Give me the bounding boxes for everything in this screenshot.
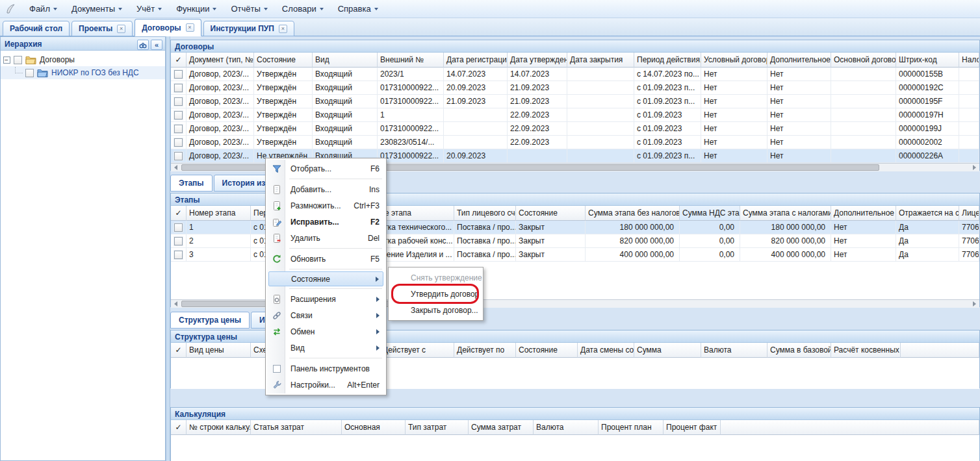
column-header[interactable]: Валюта (534, 420, 599, 435)
tab[interactable]: Проекты× (71, 21, 133, 36)
column-header[interactable]: Номер этапа (187, 206, 251, 221)
menu-item[interactable]: Добавить...Ins (268, 181, 383, 197)
column-header[interactable]: Сумма НДС этапа (680, 206, 740, 221)
column-header[interactable]: Дата утверждения (508, 53, 567, 68)
row-checkbox[interactable] (174, 152, 183, 160)
row-checkbox[interactable] (174, 138, 183, 147)
menu-справка[interactable]: Справка (331, 0, 385, 18)
tree-node-label[interactable]: Договоры (40, 55, 75, 64)
column-header[interactable]: Отражается на сум (896, 206, 959, 221)
column-header[interactable]: Действует с (380, 343, 454, 358)
collapse-panel-icon[interactable]: « (151, 40, 162, 50)
column-header[interactable]: Тип лицевого счёт (454, 206, 516, 221)
menu-item[interactable]: Размножить...Ctrl+F3 (268, 197, 383, 214)
tree-node-root[interactable]: Договоры (1, 53, 165, 66)
row-checkbox[interactable] (174, 251, 183, 259)
tab[interactable]: Рабочий стол (3, 21, 70, 36)
column-header[interactable]: Сумма этапа с налогами (740, 206, 831, 221)
scroll-left-icon[interactable] (171, 300, 181, 308)
column-header[interactable]: Штрих-код (896, 53, 959, 68)
node-checkbox[interactable] (25, 69, 34, 77)
row-checkbox[interactable] (174, 223, 183, 232)
row-checkbox[interactable] (174, 70, 183, 79)
menu-item[interactable]: Связи (268, 307, 383, 323)
panel-splitter[interactable] (166, 36, 170, 461)
scroll-right-icon[interactable] (970, 300, 979, 308)
collapse-node-icon[interactable] (3, 56, 10, 64)
menu-item[interactable]: Панель инструментов (268, 360, 383, 377)
menu-item[interactable]: Расширения (268, 291, 383, 307)
table-row[interactable]: Договор, 2023/...УтверждёнВходящий230823… (171, 136, 979, 149)
tab[interactable]: Структура цены (170, 312, 250, 329)
menu-item-annotated[interactable]: Утвердить договор (391, 286, 480, 302)
column-header[interactable]: Процент факт (664, 420, 721, 435)
column-header[interactable]: Документ (тип, № (187, 53, 254, 68)
column-header[interactable]: Сумма этапа без налогов (586, 206, 680, 221)
column-header[interactable]: Валюта (701, 343, 767, 358)
menu-item[interactable]: Вид (268, 340, 383, 356)
menu-отчёты[interactable]: Отчёты (224, 0, 274, 18)
menu-item[interactable]: УдалитьDel (268, 230, 383, 246)
column-header[interactable]: Действует по (454, 343, 516, 358)
menu-item[interactable]: Исправить...F2 (268, 214, 383, 230)
column-header[interactable]: Дата смены состоя (578, 343, 634, 358)
column-header[interactable]: Условный договор (701, 53, 767, 68)
scroll-right-icon[interactable] (970, 164, 979, 171)
row-checkbox[interactable] (174, 84, 183, 92)
column-header[interactable]: Процент план (599, 420, 664, 435)
column-header[interactable]: Состояние (516, 206, 586, 221)
column-header[interactable]: Вид (313, 53, 378, 68)
node-checkbox[interactable] (14, 56, 22, 64)
row-checkbox[interactable] (174, 125, 183, 133)
table-row[interactable]: Договор, 2023/...УтверждёнВходящий2023/1… (171, 68, 979, 81)
menu-словари[interactable]: Словари (275, 0, 331, 18)
table-row[interactable]: Договор, 2023/...УтверждёнВходящий122.09… (171, 108, 979, 122)
column-header[interactable]: Состояние (254, 53, 313, 68)
tree-node-child[interactable]: НИОКР по ГОЗ без НДС (1, 66, 165, 79)
close-icon[interactable]: × (279, 25, 287, 33)
column-header[interactable]: № строки калькул (187, 420, 251, 435)
tree-node-label[interactable]: НИОКР по ГОЗ без НДС (51, 68, 139, 77)
menu-item[interactable]: Состояние (268, 271, 383, 286)
menu-item[interactable]: Отобрать...F6 (268, 160, 383, 177)
column-header[interactable]: Расчёт косвенных (831, 343, 901, 358)
menu-файл[interactable]: Файл (22, 0, 64, 18)
column-header[interactable]: ✓ (171, 206, 187, 221)
tab[interactable]: Инструкции ПУП× (203, 21, 294, 36)
column-header[interactable]: Состояние (516, 343, 578, 358)
close-icon[interactable]: × (117, 25, 125, 33)
column-header[interactable]: Сумма в базовой в (767, 343, 831, 358)
scroll-left-icon[interactable] (171, 164, 181, 171)
column-header[interactable]: Дата регистрации. (444, 53, 508, 68)
table-row[interactable]: Договор, 2023/...УтверждёнВходящий017310… (171, 95, 979, 108)
row-checkbox[interactable] (174, 97, 183, 106)
menu-item[interactable]: ОбновитьF5 (268, 251, 383, 267)
search-icon[interactable] (137, 40, 149, 50)
column-header[interactable]: Дополнительное с (831, 206, 896, 221)
tab[interactable]: Этапы (170, 175, 213, 192)
menu-функции[interactable]: Функции (169, 0, 224, 18)
column-header[interactable]: Внешний № (378, 53, 444, 68)
tab[interactable]: Договоры× (135, 19, 201, 36)
column-header[interactable]: Тип затрат (406, 420, 469, 435)
column-header[interactable]: Нало (959, 53, 979, 68)
column-header[interactable]: Дата закрытия (567, 53, 634, 68)
column-header[interactable]: ✓ (171, 420, 187, 435)
column-header[interactable]: Дополнительное с (767, 53, 831, 68)
column-header[interactable]: Сумма (634, 343, 701, 358)
column-header[interactable]: ✓ (171, 343, 187, 358)
menu-документы[interactable]: Документы (64, 0, 129, 18)
column-header[interactable]: Основная (342, 420, 406, 435)
menu-item[interactable]: Настройки...Alt+Enter (268, 377, 383, 393)
column-header[interactable] (901, 343, 979, 358)
column-header[interactable]: Вид цены (187, 343, 251, 358)
column-header[interactable]: ✓ (171, 53, 187, 68)
column-header[interactable]: Основной договор (831, 53, 896, 68)
column-header[interactable]: Период действия.. (634, 53, 701, 68)
column-header[interactable]: Лице (959, 206, 979, 221)
close-icon[interactable]: × (186, 23, 194, 32)
column-header[interactable]: Статья затрат (251, 420, 342, 435)
menu-item[interactable]: Закрыть договор... (391, 302, 480, 318)
column-header[interactable] (721, 420, 979, 435)
row-checkbox[interactable] (174, 237, 183, 245)
